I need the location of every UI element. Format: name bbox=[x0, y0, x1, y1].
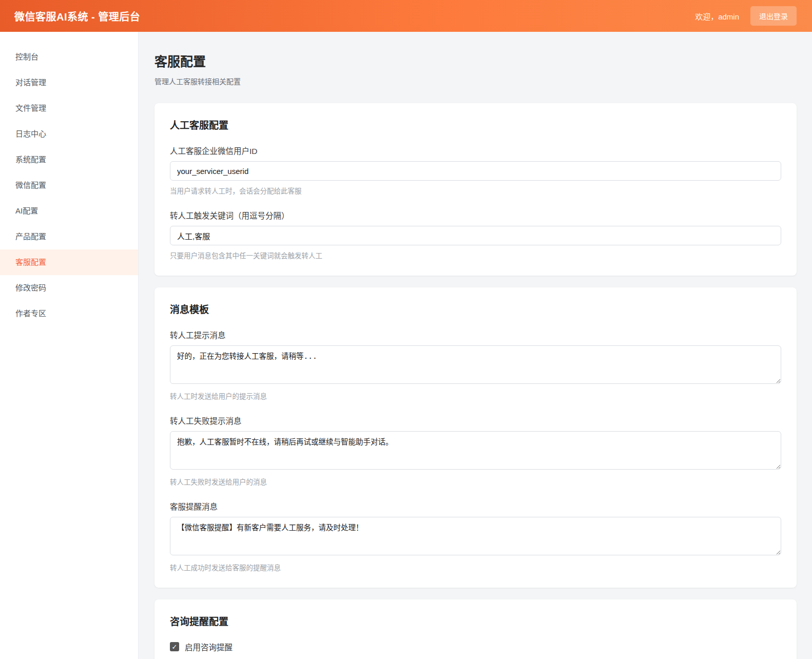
sidebar-item-logs[interactable]: 日志中心 bbox=[0, 121, 138, 147]
service-notify-field: 客服提醒消息 【微信客服提醒】有新客户需要人工服务，请及时处理！ 转人工成功时发… bbox=[170, 500, 781, 572]
inquiry-notify-card: 咨询提醒配置 ✓ 启用咨询提醒 当有用户咨询AI时，自动提醒人工客服 bbox=[154, 599, 797, 659]
sidebar-item-author-zone[interactable]: 作者专区 bbox=[0, 301, 138, 326]
checkmark-icon: ✓ bbox=[172, 643, 178, 651]
transfer-keywords-label: 转人工触发关键词（用逗号分隔） bbox=[170, 209, 781, 221]
top-header: 微信客服AI系统 - 管理后台 欢迎，admin 退出登录 bbox=[0, 0, 812, 32]
service-notify-label: 客服提醒消息 bbox=[170, 500, 781, 512]
sidebar-item-dashboard[interactable]: 控制台 bbox=[0, 44, 138, 70]
sidebar-item-change-password[interactable]: 修改密码 bbox=[0, 275, 138, 301]
sidebar-item-files[interactable]: 文件管理 bbox=[0, 95, 138, 121]
transfer-fail-label: 转人工失败提示消息 bbox=[170, 415, 781, 426]
servicer-card-title: 人工客服配置 bbox=[170, 118, 781, 131]
servicer-userid-hint: 当用户请求转人工时，会话会分配给此客服 bbox=[170, 185, 781, 196]
sidebar-item-wechat-config[interactable]: 微信配置 bbox=[0, 172, 138, 198]
transfer-fail-field: 转人工失败提示消息 抱歉，人工客服暂时不在线，请稍后再试或继续与智能助手对话。 … bbox=[170, 415, 781, 487]
message-templates-card: 消息模板 转人工提示消息 好的，正在为您转接人工客服，请稍等... 转人工时发送… bbox=[154, 287, 797, 588]
transfer-prompt-field: 转人工提示消息 好的，正在为您转接人工客服，请稍等... 转人工时发送给用户的提… bbox=[170, 329, 781, 401]
logout-button[interactable]: 退出登录 bbox=[750, 6, 797, 26]
transfer-fail-hint: 转人工失败时发送给用户的消息 bbox=[170, 476, 781, 487]
inquiry-notify-hint: 当有用户咨询AI时，自动提醒人工客服 bbox=[185, 657, 781, 659]
inquiry-card-title: 咨询提醒配置 bbox=[170, 614, 781, 628]
enable-inquiry-notify-checkbox[interactable]: ✓ 启用咨询提醒 bbox=[170, 641, 781, 652]
sidebar-item-system-config[interactable]: 系统配置 bbox=[0, 147, 138, 172]
main-content: 客服配置 管理人工客服转接相关配置 人工客服配置 人工客服企业微信用户ID 当用… bbox=[139, 32, 812, 659]
layout: 控制台 对话管理 文件管理 日志中心 系统配置 微信配置 AI配置 产品配置 客… bbox=[0, 32, 812, 659]
transfer-keywords-field: 转人工触发关键词（用逗号分隔） 只要用户消息包含其中任一关键词就会触发转人工 bbox=[170, 209, 781, 260]
transfer-fail-textarea[interactable]: 抱歉，人工客服暂时不在线，请稍后再试或继续与智能助手对话。 bbox=[170, 431, 781, 470]
sidebar-item-conversations[interactable]: 对话管理 bbox=[0, 70, 138, 95]
enable-inquiry-notify-label: 启用咨询提醒 bbox=[185, 641, 233, 652]
sidebar-item-service-config[interactable]: 客服配置 bbox=[0, 249, 138, 275]
checkbox-checked-icon: ✓ bbox=[170, 642, 179, 651]
sidebar: 控制台 对话管理 文件管理 日志中心 系统配置 微信配置 AI配置 产品配置 客… bbox=[0, 32, 139, 659]
service-notify-textarea[interactable]: 【微信客服提醒】有新客户需要人工服务，请及时处理！ bbox=[170, 517, 781, 555]
sidebar-item-product-config[interactable]: 产品配置 bbox=[0, 224, 138, 249]
sidebar-item-ai-config[interactable]: AI配置 bbox=[0, 198, 138, 224]
page-title: 客服配置 bbox=[154, 51, 797, 70]
servicer-userid-label: 人工客服企业微信用户ID bbox=[170, 145, 781, 156]
templates-card-title: 消息模板 bbox=[170, 302, 781, 316]
transfer-prompt-textarea[interactable]: 好的，正在为您转接人工客服，请稍等... bbox=[170, 345, 781, 384]
welcome-text: 欢迎，admin bbox=[695, 11, 739, 22]
transfer-keywords-hint: 只要用户消息包含其中任一关键词就会触发转人工 bbox=[170, 250, 781, 260]
transfer-prompt-label: 转人工提示消息 bbox=[170, 329, 781, 340]
app-title: 微信客服AI系统 - 管理后台 bbox=[14, 9, 140, 24]
servicer-config-card: 人工客服配置 人工客服企业微信用户ID 当用户请求转人工时，会话会分配给此客服 … bbox=[154, 103, 797, 276]
servicer-userid-field: 人工客服企业微信用户ID 当用户请求转人工时，会话会分配给此客服 bbox=[170, 145, 781, 196]
service-notify-hint: 转人工成功时发送给客服的提醒消息 bbox=[170, 562, 781, 572]
header-right: 欢迎，admin 退出登录 bbox=[695, 6, 797, 26]
transfer-keywords-input[interactable] bbox=[170, 226, 781, 245]
page-subtitle: 管理人工客服转接相关配置 bbox=[154, 76, 797, 86]
transfer-prompt-hint: 转人工时发送给用户的提示消息 bbox=[170, 391, 781, 401]
servicer-userid-input[interactable] bbox=[170, 161, 781, 181]
